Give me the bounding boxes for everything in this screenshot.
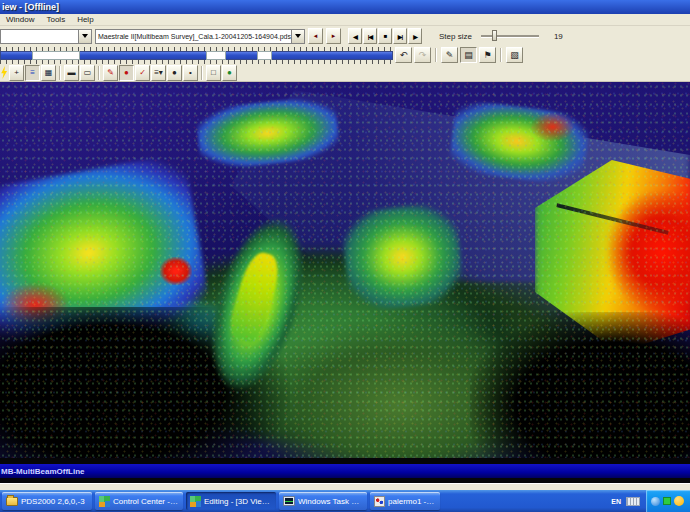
select-rect-button[interactable]: □ bbox=[206, 65, 221, 81]
taskbar-button-editing-3d-view[interactable]: Editing - [3D View - O... bbox=[186, 492, 276, 510]
eraser-icon: ▬ bbox=[68, 68, 76, 77]
dot-icon: ● bbox=[172, 68, 177, 77]
undo-button[interactable]: ↶ bbox=[395, 47, 412, 63]
file-combobox[interactable]: Maestrale II[Multibeam Survey]_Cala.1-20… bbox=[95, 29, 305, 44]
taskbar-button-control-center[interactable]: Control Center - Expl... bbox=[95, 492, 183, 510]
flag-button[interactable]: ⚑ bbox=[479, 47, 496, 63]
title-bar[interactable]: iew - [Offline] bbox=[0, 0, 690, 14]
app-grid-icon bbox=[99, 496, 110, 507]
menu-help[interactable]: Help bbox=[71, 15, 99, 24]
timeline-gap bbox=[206, 51, 226, 60]
display-mode-button[interactable]: ≡ bbox=[25, 65, 40, 81]
application-window: iew - [Offline] Window Tools Help Maestr… bbox=[0, 0, 690, 512]
stop-icon: ■ bbox=[384, 33, 387, 39]
redo-button[interactable]: ↷ bbox=[414, 47, 431, 63]
file-combobox-value: Maestrale II[Multibeam Survey]_Cala.1-20… bbox=[96, 30, 291, 43]
list-dropdown-button[interactable]: ≡▾ bbox=[151, 65, 166, 81]
list-caret-icon: ≡▾ bbox=[154, 68, 163, 77]
large-point-button[interactable]: ● bbox=[167, 65, 182, 81]
menu-window[interactable]: Window bbox=[0, 15, 40, 24]
draw-line-button[interactable]: ✎ bbox=[103, 65, 118, 81]
taskbar-button-paint[interactable]: palermo1 - Paint bbox=[370, 492, 440, 510]
step-forward-icon: ▶| bbox=[398, 33, 402, 40]
step-back-icon: |◀ bbox=[368, 33, 372, 40]
clear-area-button[interactable]: ▭ bbox=[80, 65, 95, 81]
lines-icon: ≡ bbox=[30, 68, 35, 77]
keyboard-icon[interactable] bbox=[626, 497, 640, 506]
prev-file-button[interactable]: ◂ bbox=[308, 28, 323, 44]
select-icon: ▧ bbox=[510, 50, 519, 60]
step-size-slider-thumb[interactable] bbox=[492, 30, 497, 41]
bolt-icon bbox=[0, 66, 8, 79]
taskbar-right-area: EN bbox=[611, 490, 690, 512]
tray-blue-app-icon[interactable] bbox=[651, 497, 660, 506]
pencil-icon: ✎ bbox=[446, 50, 454, 60]
chevron-down-icon[interactable] bbox=[78, 30, 91, 43]
sphere-button[interactable]: ● bbox=[222, 65, 237, 81]
profile-combobox[interactable] bbox=[0, 29, 92, 44]
rectangle-icon: □ bbox=[211, 68, 216, 77]
menu-bar: Window Tools Help bbox=[0, 14, 690, 26]
step-size-value: 19 bbox=[554, 32, 563, 41]
prev-arrow-icon: ◂ bbox=[314, 32, 318, 40]
toolbar-separator bbox=[98, 66, 100, 80]
edit-button[interactable]: ✎ bbox=[441, 47, 458, 63]
pointcloud-noise-layer bbox=[0, 82, 690, 458]
small-point-button[interactable]: • bbox=[183, 65, 198, 81]
sonar-3d-viewport[interactable] bbox=[0, 82, 690, 458]
delete-button[interactable]: ▤ bbox=[460, 47, 477, 63]
toolbar-separator bbox=[201, 66, 203, 80]
playback-timeline[interactable] bbox=[0, 47, 393, 64]
check-icon: ✓ bbox=[139, 68, 146, 77]
step-forward-button[interactable]: ▶| bbox=[393, 28, 407, 44]
record-dot-icon: ● bbox=[124, 68, 129, 77]
select-mode-button[interactable]: ▧ bbox=[506, 47, 523, 63]
clear-area-icon: ▭ bbox=[84, 68, 92, 77]
step-size-slider[interactable] bbox=[481, 30, 539, 42]
capture-button[interactable]: ▦ bbox=[41, 65, 56, 81]
toolbar-separator bbox=[59, 66, 61, 80]
taskbar-button-task-manager[interactable]: Windows Task Manager bbox=[279, 492, 367, 510]
step-back-button[interactable]: |◀ bbox=[363, 28, 377, 44]
add-point-button[interactable]: + bbox=[9, 65, 24, 81]
timeline-gap bbox=[257, 51, 272, 60]
language-indicator[interactable]: EN bbox=[611, 498, 621, 505]
menu-tools[interactable]: Tools bbox=[40, 15, 71, 24]
windows-taskbar: PDS2000 2,6,0,-3 Control Center - Expl..… bbox=[0, 490, 690, 512]
tray-green-app-icon[interactable] bbox=[663, 497, 671, 505]
toolbar-separator bbox=[435, 48, 437, 62]
stop-button[interactable]: ■ bbox=[378, 28, 392, 44]
record-point-button[interactable]: ● bbox=[119, 65, 134, 81]
play-reverse-icon: ◀ bbox=[353, 33, 357, 40]
small-dot-icon: • bbox=[189, 68, 192, 77]
monitor-icon bbox=[283, 496, 295, 506]
tray-orange-app-icon[interactable] bbox=[674, 496, 684, 506]
validate-button[interactable]: ✓ bbox=[135, 65, 150, 81]
toolbar-separator bbox=[500, 48, 502, 62]
eraser-button[interactable]: ▬ bbox=[64, 65, 79, 81]
grid-icon: ▦ bbox=[45, 68, 53, 77]
play-button[interactable]: ▶ bbox=[408, 28, 422, 44]
status-bar: MB-MultiBeamOffLine bbox=[0, 464, 690, 478]
window-title: iew - [Offline] bbox=[2, 2, 59, 12]
status-text: MB-MultiBeamOffLine bbox=[1, 467, 85, 476]
window-bottom-strip bbox=[0, 483, 690, 490]
system-tray bbox=[646, 490, 690, 512]
timeline-toolbar: ↶ ↷ ✎ ▤ ⚑ ▧ bbox=[0, 46, 690, 64]
chevron-down-icon[interactable] bbox=[291, 30, 304, 43]
profile-combobox-value bbox=[1, 30, 78, 43]
play-reverse-button[interactable]: ◀ bbox=[348, 28, 362, 44]
next-file-button[interactable]: ▸ bbox=[326, 28, 341, 44]
paint-icon bbox=[374, 496, 385, 507]
timeline-ticks-bottom bbox=[0, 60, 393, 64]
redo-icon: ↷ bbox=[419, 50, 427, 60]
step-size-label: Step size bbox=[439, 32, 472, 41]
undo-icon: ↶ bbox=[400, 50, 408, 60]
playback-toolbar: Maestrale II[Multibeam Survey]_Cala.1-20… bbox=[0, 26, 690, 46]
play-icon: ▶ bbox=[413, 33, 417, 40]
delete-icon: ▤ bbox=[464, 50, 473, 60]
next-arrow-icon: ▸ bbox=[332, 32, 336, 40]
transport-controls: ◀ |◀ ■ ▶| ▶ bbox=[348, 28, 422, 44]
timeline-gap bbox=[32, 51, 80, 60]
taskbar-button-pds2000[interactable]: PDS2000 2,6,0,-3 bbox=[2, 492, 92, 510]
